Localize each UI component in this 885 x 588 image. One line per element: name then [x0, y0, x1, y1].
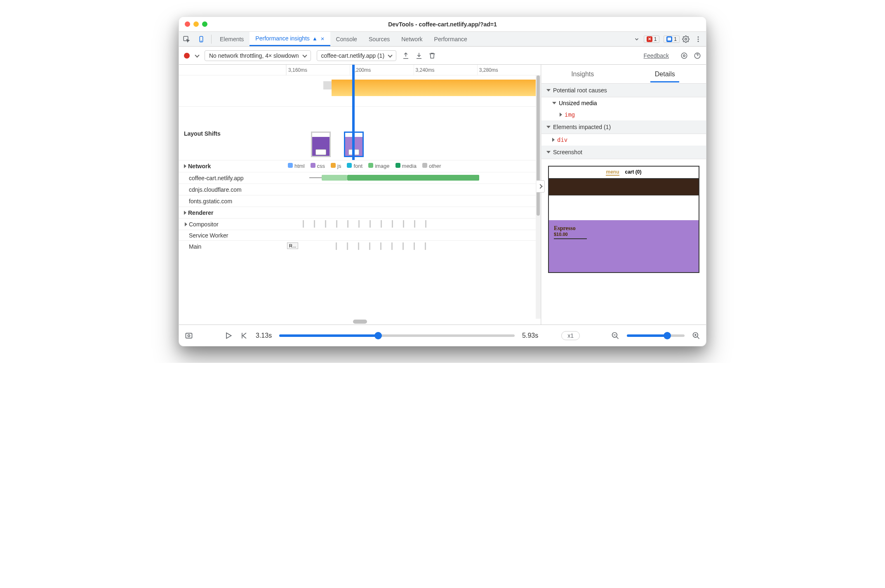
zoom-in-button[interactable] — [692, 332, 700, 340]
panel-tabs: Elements Performance insights ▲ × Consol… — [214, 32, 630, 46]
record-options-dropdown[interactable] — [195, 53, 199, 57]
main-task-block[interactable]: R... — [287, 242, 298, 249]
svg-point-3 — [685, 38, 687, 40]
svg-point-7 — [683, 54, 685, 56]
chevron-down-icon — [546, 126, 551, 128]
zoom-out-button[interactable] — [611, 332, 619, 340]
tab-network[interactable]: Network — [395, 32, 428, 46]
playback-speed[interactable]: x1 — [561, 331, 580, 340]
throttling-dropdown[interactable]: No network throttling, 4× slowdown — [205, 50, 311, 61]
timeline-slider[interactable] — [279, 334, 515, 337]
element-img[interactable]: img — [541, 109, 706, 120]
svg-point-11 — [188, 334, 190, 336]
chevron-right-icon — [552, 138, 555, 142]
tab-elements[interactable]: Elements — [214, 32, 249, 46]
more-tabs-button[interactable] — [630, 32, 644, 47]
details-panel: Insights Details Potential root causes U… — [541, 65, 706, 325]
renderer-lane-header[interactable]: Renderer — [179, 207, 541, 219]
panel-settings-icon[interactable] — [680, 52, 688, 59]
svg-point-4 — [698, 36, 699, 38]
go-to-start-button[interactable] — [240, 332, 248, 340]
close-tab-icon[interactable]: × — [321, 35, 325, 42]
network-host-row: coffee-cart.netlify.app — [179, 172, 541, 184]
playhead[interactable] — [352, 65, 355, 160]
svg-marker-12 — [226, 333, 231, 338]
compositor-lane[interactable]: Compositor — [179, 219, 541, 230]
preview-toggle-icon[interactable] — [185, 332, 193, 340]
chevron-right-icon — [184, 164, 186, 168]
tab-insights[interactable]: Insights — [541, 65, 624, 83]
ss-hero-image — [549, 179, 699, 195]
tab-details[interactable]: Details — [624, 65, 706, 83]
ss-menu-link: menu — [606, 169, 619, 176]
playback-footer: 3.13s 5.93s x1 — [179, 325, 706, 346]
right-panel-tabs: Insights Details — [541, 65, 706, 84]
feedback-link[interactable]: Feedback — [644, 52, 669, 59]
chevron-right-icon — [184, 211, 186, 215]
zoom-slider[interactable] — [627, 334, 685, 337]
export-icon[interactable] — [402, 52, 410, 59]
ruler-tick: 3,240ms — [414, 65, 477, 75]
main-lane: Main R... — [179, 241, 541, 252]
screenshot-preview: menu cart (0) Espresso $10.00 — [541, 159, 706, 325]
svg-point-6 — [698, 40, 699, 42]
network-lane-header[interactable]: Network html css js font image media oth… — [179, 160, 541, 172]
element-div[interactable]: div — [541, 134, 706, 146]
pin-icon: ▲ — [312, 35, 318, 42]
collapse-panel-button[interactable] — [537, 180, 545, 193]
horizontal-scrollbar[interactable] — [179, 319, 541, 325]
timing-lane — [179, 75, 541, 107]
ruler-tick: 3,160ms — [286, 65, 350, 75]
svg-line-18 — [697, 336, 699, 339]
tab-sources[interactable]: Sources — [363, 32, 395, 46]
content-area: 3,160ms 3,200ms 3,240ms 3,280ms — [179, 65, 706, 325]
record-button[interactable] — [184, 53, 190, 59]
layout-shift-thumbnail[interactable] — [311, 132, 331, 157]
ss-product-card: Espresso $10.00 — [549, 220, 699, 272]
layout-shifts-lane: Layout Shifts — [179, 107, 541, 160]
error-badge[interactable]: ✕1 — [644, 35, 660, 43]
network-legend: html css js font image media other — [286, 160, 541, 172]
ruler-tick: 3,280ms — [477, 65, 541, 75]
window-title: DevTools - coffee-cart.netlify.app/?ad=1 — [179, 21, 706, 28]
svg-point-8 — [681, 53, 687, 59]
play-button[interactable] — [224, 332, 233, 340]
chevron-down-icon — [546, 151, 551, 153]
titlebar: DevTools - coffee-cart.netlify.app/?ad=1 — [179, 17, 706, 32]
delete-icon[interactable] — [428, 52, 436, 59]
tab-console[interactable]: Console — [330, 32, 363, 46]
devtools-window: DevTools - coffee-cart.netlify.app/?ad=1… — [179, 16, 706, 346]
issues-badge[interactable]: ⯀1 — [664, 35, 680, 43]
unsized-media-item[interactable]: Unsized media — [541, 97, 706, 109]
section-screenshot[interactable]: Screenshot — [541, 146, 706, 159]
chevron-down-icon — [546, 89, 551, 92]
help-icon[interactable] — [694, 52, 701, 59]
chevron-right-icon — [560, 113, 562, 117]
ss-cart-link: cart (0) — [625, 169, 642, 176]
recording-toolbar: No network throttling, 4× slowdown coffe… — [179, 47, 706, 65]
kebab-menu-icon[interactable] — [694, 35, 702, 43]
chevron-down-icon — [552, 102, 556, 104]
settings-icon[interactable] — [682, 35, 690, 43]
tab-performance[interactable]: Performance — [428, 32, 473, 46]
tab-performance-insights[interactable]: Performance insights ▲ × — [249, 32, 330, 46]
timeline-ruler: 3,160ms 3,200ms 3,240ms 3,280ms — [179, 65, 541, 75]
import-icon[interactable] — [415, 52, 423, 59]
svg-rect-10 — [186, 333, 192, 338]
timeline-panel: 3,160ms 3,200ms 3,240ms 3,280ms — [179, 65, 541, 325]
main-tab-bar: Elements Performance insights ▲ × Consol… — [179, 32, 706, 47]
inspect-icon[interactable] — [179, 32, 194, 47]
vertical-scrollbar[interactable] — [536, 75, 541, 319]
section-elements-impacted[interactable]: Elements impacted (1) — [541, 120, 706, 134]
recording-select-dropdown[interactable]: coffee-cart.netlify.app (1) — [317, 50, 397, 61]
network-host-row: cdnjs.cloudflare.com — [179, 184, 541, 195]
chevron-right-icon — [185, 222, 187, 226]
ruler-tick: 3,200ms — [350, 65, 413, 75]
time-end: 5.93s — [522, 332, 538, 339]
service-worker-lane: Service Worker — [179, 230, 541, 241]
section-potential-root-causes[interactable]: Potential root causes — [541, 84, 706, 97]
svg-line-15 — [617, 336, 619, 339]
svg-point-5 — [698, 38, 699, 40]
network-host-row: fonts.gstatic.com — [179, 195, 541, 207]
device-toggle-icon[interactable] — [194, 32, 209, 47]
